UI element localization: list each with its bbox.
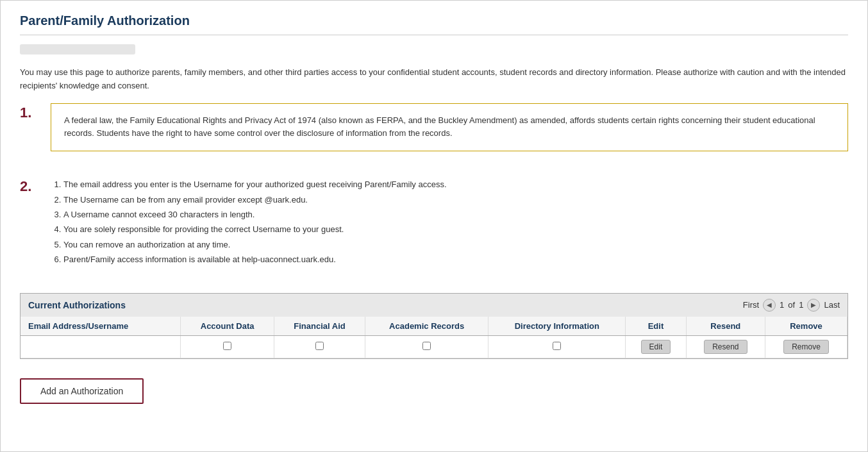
directory-info-checkbox[interactable] (553, 342, 561, 350)
rule-item: The email address you enter is the Usern… (63, 177, 848, 192)
remove-cell: Remove (765, 335, 847, 358)
table-column-header: Directory Information (488, 317, 626, 336)
intro-paragraph: You may use this page to authorize paren… (20, 66, 848, 93)
step-2-content: The email address you enter is the Usern… (51, 177, 848, 280)
step-1-content: A federal law, the Family Educational Ri… (51, 103, 848, 165)
step-2-number: 2. (20, 177, 51, 195)
remove-button[interactable]: Remove (783, 340, 829, 354)
table-container: Email Address/UsernameAccount DataFinanc… (21, 317, 847, 358)
edit-button[interactable]: Edit (641, 340, 671, 354)
add-authorization-button[interactable]: Add an Authorization (20, 378, 144, 404)
academic-records-checkbox[interactable] (422, 342, 431, 350)
first-label: First (743, 300, 759, 310)
current-auth-header: Current Authorizations First ◀ 1 of 1 ▶ … (21, 294, 847, 317)
table-column-header: Remove (765, 317, 847, 336)
step-1-number: 1. (20, 103, 51, 121)
table-row: EditResendRemove (21, 335, 847, 358)
rule-item: Parent/Family access information is avai… (63, 252, 848, 267)
next-page-button[interactable]: ▶ (807, 299, 820, 312)
rule-item: You can remove an authorization at any t… (63, 237, 848, 252)
email-cell (21, 335, 181, 358)
account-data-cell (181, 335, 274, 358)
blurred-student-info (20, 44, 135, 54)
table-column-header: Email Address/Username (21, 317, 181, 336)
table-column-header: Resend (686, 317, 765, 336)
title-divider (20, 35, 848, 35)
rules-list: The email address you enter is the Usern… (51, 177, 848, 267)
prev-page-button[interactable]: ◀ (763, 299, 776, 312)
academic-records-cell (365, 335, 488, 358)
resend-button[interactable]: Resend (704, 340, 747, 354)
total-pages: 1 (799, 300, 803, 310)
authorizations-table: Email Address/UsernameAccount DataFinanc… (21, 317, 847, 358)
table-column-header: Financial Aid (274, 317, 365, 336)
table-body: EditResendRemove (21, 335, 847, 358)
last-label: Last (824, 300, 840, 310)
financial-aid-cell (274, 335, 365, 358)
current-page: 1 (780, 300, 784, 310)
table-column-header: Account Data (181, 317, 274, 336)
current-authorizations-section: Current Authorizations First ◀ 1 of 1 ▶ … (20, 293, 848, 359)
ferpa-notice-box: A federal law, the Family Educational Ri… (51, 103, 848, 152)
current-auth-title: Current Authorizations (28, 300, 126, 310)
rule-item: You are solely responsible for providing… (63, 222, 848, 237)
rule-item: A Username cannot exceed 30 characters i… (63, 207, 848, 222)
of-label: of (788, 300, 795, 310)
ferpa-text: A federal law, the Family Educational Ri… (64, 114, 835, 141)
edit-cell: Edit (626, 335, 686, 358)
directory-info-cell (488, 335, 626, 358)
resend-cell: Resend (686, 335, 765, 358)
account-data-checkbox[interactable] (223, 342, 231, 350)
rule-item: The Username can be from any email provi… (63, 192, 848, 207)
step-1-section: 1. A federal law, the Family Educational… (20, 103, 848, 165)
step-2-section: 2. The email address you enter is the Us… (20, 177, 848, 280)
page-title: Parent/Family Authorization (20, 13, 848, 28)
table-header-row: Email Address/UsernameAccount DataFinanc… (21, 317, 847, 336)
table-column-header: Academic Records (365, 317, 488, 336)
pagination-controls: First ◀ 1 of 1 ▶ Last (743, 299, 840, 312)
page-wrapper: Parent/Family Authorization You may use … (0, 0, 868, 452)
table-column-header: Edit (626, 317, 686, 336)
financial-aid-checkbox[interactable] (315, 342, 324, 350)
